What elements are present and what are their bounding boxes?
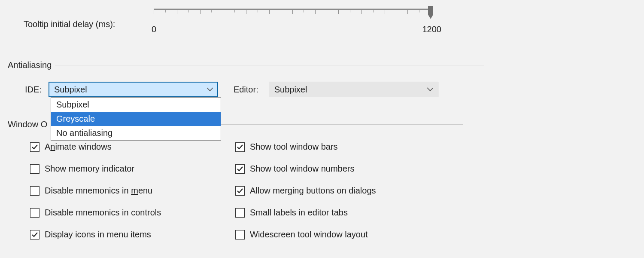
ide-label: IDE: [25, 85, 42, 95]
checkbox-label[interactable]: Show tool window bars [250, 142, 338, 152]
checkbox-label[interactable]: Disable mnemonics in controls [45, 208, 161, 218]
checkbox-row: Show memory indicator [30, 164, 161, 174]
tooltip-delay-label: Tooltip initial delay (ms): [24, 19, 115, 29]
editor-combobox-value: Subpixel [274, 85, 307, 95]
checkbox-label[interactable]: Display icons in menu items [45, 230, 151, 240]
checkbox-row: Disable mnemonics in controls [30, 208, 161, 218]
checkbox-row: Widescreen tool window layout [235, 230, 376, 240]
antialias-group-title: Antialiasing [8, 60, 484, 70]
editor-label: Editor: [234, 85, 258, 95]
checkbox[interactable] [30, 186, 39, 196]
checkbox-label[interactable]: Show tool window numbers [250, 164, 354, 174]
checkbox-row: Allow merging buttons on dialogs [235, 186, 376, 196]
checkbox-label[interactable]: Widescreen tool window layout [250, 230, 368, 240]
tooltip-delay-slider[interactable]: 0 1200 [154, 9, 441, 25]
slider-thumb[interactable] [428, 6, 434, 19]
separator [55, 65, 484, 65]
checkbox-label[interactable]: Allow merging buttons on dialogs [250, 186, 376, 196]
ide-dropdown-list[interactable]: SubpixelGreyscaleNo antialiasing [51, 97, 221, 141]
window-options-group-text: Window O [8, 120, 47, 129]
checkbox[interactable] [235, 208, 245, 218]
chevron-down-icon [207, 87, 213, 92]
checkbox[interactable] [235, 164, 245, 174]
antialias-group-text: Antialiasing [8, 60, 52, 70]
checkbox[interactable] [235, 186, 245, 196]
ide-dropdown-option[interactable]: Subpixel [51, 98, 221, 112]
checkbox-label[interactable]: Show memory indicator [45, 164, 134, 174]
checkbox-label[interactable]: Small labels in editor tabs [250, 208, 348, 218]
ide-combobox-value: Subpixel [54, 85, 87, 95]
checkbox[interactable] [235, 142, 245, 152]
checkbox[interactable] [235, 230, 245, 240]
checkbox-row: Show tool window bars [235, 142, 376, 152]
editor-combobox[interactable]: Subpixel [269, 82, 438, 97]
ide-dropdown-option[interactable]: Greyscale [51, 112, 221, 126]
checkbox-row: Animate windows [30, 142, 161, 152]
checkbox-label[interactable]: Disable mnemonics in menu [45, 186, 152, 196]
checkbox[interactable] [30, 230, 39, 240]
ide-dropdown-option[interactable]: No antialiasing [51, 126, 221, 140]
checkbox-row: Disable mnemonics in menu [30, 186, 161, 196]
checkbox-label[interactable]: Animate windows [45, 142, 112, 152]
ide-combobox[interactable]: Subpixel [49, 82, 218, 97]
chevron-down-icon [427, 87, 434, 92]
slider-max-label: 1200 [422, 25, 442, 34]
checkbox[interactable] [30, 164, 39, 174]
checkbox-row: Display icons in menu items [30, 230, 161, 240]
checkbox-row: Show tool window numbers [235, 164, 376, 174]
slider-min-label: 0 [152, 25, 156, 34]
checkbox[interactable] [30, 142, 39, 152]
slider-ticks [154, 10, 431, 16]
checkbox[interactable] [30, 208, 39, 218]
checkbox-row: Small labels in editor tabs [235, 208, 376, 218]
